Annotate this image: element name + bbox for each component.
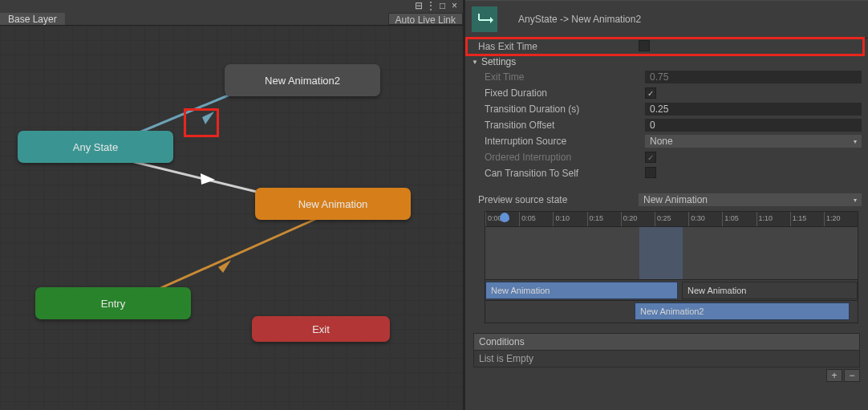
timeline-body[interactable]	[485, 226, 858, 279]
transition-offset-field[interactable]: 0	[645, 119, 862, 132]
preview-source-label: Preview source state	[478, 194, 639, 205]
clip-row-dest: New Animation2	[485, 300, 858, 321]
interruption-source-label: Interruption Source	[485, 136, 645, 147]
svg-marker-5	[218, 260, 231, 273]
transition-timeline[interactable]: 0:00 0:05 0:10 0:15 0:20 0:25 0:30 1:05 …	[485, 211, 858, 323]
clip-source-a[interactable]: New Animation	[485, 282, 678, 299]
interruption-source-row: Interruption Source None ▾	[465, 133, 868, 149]
conditions-header: Conditions	[473, 333, 860, 351]
state-node-exit[interactable]: Exit	[252, 316, 390, 342]
timeline-tick: 1:20	[824, 212, 858, 226]
transition-offset-row: Transition Offset 0	[465, 117, 868, 133]
can-transition-self-row: Can Transition To Self	[465, 165, 868, 181]
ordered-interruption-checkbox[interactable]: ✓	[645, 152, 656, 163]
context-menu-icon[interactable]: ⋮	[425, 0, 436, 10]
timeline-tick: 0:25	[655, 212, 688, 226]
conditions-empty: List is Empty	[473, 351, 860, 367]
can-transition-self-checkbox[interactable]	[645, 167, 656, 178]
clip-destination[interactable]: New Animation2	[635, 302, 850, 320]
timeline-tick: 0:10	[553, 212, 586, 226]
preview-source-value: New Animation	[643, 194, 708, 205]
lock-icon[interactable]: ⊟	[413, 0, 424, 10]
close-icon[interactable]: ×	[449, 0, 460, 10]
timeline-tick: 1:05	[722, 212, 756, 226]
auto-live-link-button[interactable]: Auto Live Link	[388, 13, 463, 25]
timeline-ruler[interactable]: 0:00 0:05 0:10 0:15 0:20 0:25 0:30 1:05 …	[485, 212, 858, 226]
add-condition-button[interactable]: +	[826, 369, 842, 382]
timeline-tick: 1:10	[756, 212, 790, 226]
can-transition-self-label: Can Transition To Self	[485, 168, 645, 179]
timeline-clips: New Animation New Animation New Animatio…	[485, 279, 858, 323]
chevron-down-icon: ▾	[854, 197, 857, 204]
svg-marker-3	[201, 173, 215, 185]
transition-offset-label: Transition Offset	[485, 120, 645, 131]
state-node-anystate[interactable]: Any State	[18, 131, 173, 163]
ordered-interruption-label: Ordered Interruption	[485, 152, 645, 163]
timeline-tick: 1:15	[790, 212, 824, 226]
clip-row-source: New Animation New Animation	[485, 279, 858, 300]
exit-time-label: Exit Time	[485, 71, 645, 83]
preview-source-row: Preview source state New Animation ▾	[465, 192, 868, 208]
interruption-source-dropdown[interactable]: None ▾	[645, 135, 862, 148]
timeline-tick: 0:05	[519, 212, 553, 226]
transition-duration-label: Transition Duration (s)	[485, 104, 645, 115]
fixed-duration-row: Fixed Duration ✓	[465, 85, 868, 101]
fixed-duration-label: Fixed Duration	[485, 87, 645, 99]
has-exit-time-checkbox[interactable]	[639, 40, 650, 51]
timeline-tick: 0:30	[688, 212, 722, 226]
state-graph-canvas[interactable]: Any State New Animation2 New Animation E…	[0, 26, 463, 410]
chevron-down-icon: ▾	[854, 138, 857, 145]
blend-region[interactable]	[639, 227, 683, 279]
has-exit-time-label: Has Exit Time	[478, 41, 639, 52]
has-exit-time-row: Has Exit Time	[465, 39, 868, 55]
transition-highlight	[184, 108, 219, 137]
exit-time-field[interactable]: 0.75	[645, 71, 862, 83]
settings-label: Settings	[481, 56, 516, 67]
preview-source-dropdown[interactable]: New Animation ▾	[639, 193, 862, 206]
window-controls: ⊟ ⋮ □ ×	[0, 0, 463, 13]
inspector-titlebar: AnyState -> New Animation2	[465, 0, 868, 39]
state-node-newanimation[interactable]: New Animation	[255, 188, 411, 220]
transition-duration-row: Transition Duration (s) 0.25	[465, 101, 868, 117]
transition-duration-field[interactable]: 0.25	[645, 103, 862, 116]
playhead[interactable]	[500, 213, 509, 222]
fixed-duration-checkbox[interactable]: ✓	[645, 87, 656, 99]
timeline-tick: 0:20	[621, 212, 655, 226]
animator-panel: ⊟ ⋮ □ × Base Layer Auto Live Link Any St…	[0, 0, 465, 410]
breadcrumb[interactable]: Base Layer	[0, 13, 65, 25]
exit-time-row: Exit Time 0.75	[465, 69, 868, 85]
state-node-entry[interactable]: Entry	[35, 287, 191, 319]
maximize-icon[interactable]: □	[437, 0, 448, 10]
state-node-newanimation2[interactable]: New Animation2	[225, 64, 380, 96]
conditions-section: Conditions List is Empty + −	[473, 333, 860, 384]
ordered-interruption-row: Ordered Interruption ✓	[465, 149, 868, 165]
clip-source-b[interactable]: New Animation	[682, 282, 858, 299]
timeline-tick: 0:15	[587, 212, 621, 226]
interruption-source-value: None	[650, 136, 673, 147]
remove-condition-button[interactable]: −	[844, 369, 860, 382]
svg-marker-6	[490, 17, 493, 23]
chevron-down-icon: ▼	[472, 59, 478, 66]
inspector-title: AnyState -> New Animation2	[504, 14, 641, 25]
transition-icon	[472, 6, 497, 32]
conditions-footer: + −	[473, 367, 860, 384]
breadcrumb-bar: Base Layer Auto Live Link	[0, 13, 463, 26]
inspector-panel: AnyState -> New Animation2 Has Exit Time…	[465, 0, 868, 410]
settings-foldout[interactable]: ▼ Settings	[465, 55, 868, 69]
